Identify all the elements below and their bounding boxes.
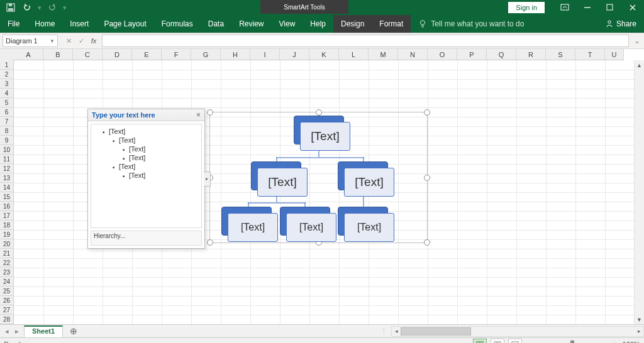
row-header-10[interactable]: 10 <box>0 145 14 155</box>
close-icon[interactable] <box>621 0 644 15</box>
tab-help[interactable]: Help <box>303 15 333 33</box>
smartart-selection-frame[interactable]: [Text] [Text] [Text] [Text] [Text] [Text… <box>209 112 428 243</box>
column-header-J[interactable]: J <box>280 49 309 60</box>
undo-icon[interactable] <box>20 1 34 14</box>
row-header-14[interactable]: 14 <box>0 183 14 192</box>
resize-handle-nw[interactable] <box>207 109 213 116</box>
text-pane-bullet[interactable]: [Text] <box>123 153 200 162</box>
row-header-2[interactable]: 2 <box>0 70 14 79</box>
row-header-4[interactable]: 4 <box>0 89 14 98</box>
smartart-node-text[interactable]: [Text] <box>228 213 278 242</box>
scrollbar-thumb[interactable] <box>401 327 471 335</box>
row-header-27[interactable]: 27 <box>0 305 14 315</box>
name-box[interactable]: Diagram 1 ▼ <box>3 35 58 47</box>
scroll-right-icon[interactable]: ▸ <box>635 328 643 334</box>
text-pane-bullet[interactable]: [Text] <box>123 144 200 153</box>
scroll-down-icon[interactable]: ▼ <box>635 315 644 324</box>
text-pane-header[interactable]: Type your text here × <box>88 109 204 121</box>
column-header-K[interactable]: K <box>309 49 339 60</box>
scroll-left-icon[interactable]: ◂ <box>392 328 401 334</box>
ribbon-display-options-icon[interactable] <box>553 0 576 15</box>
sheet-nav-buttons[interactable]: ◂ ▸ <box>0 325 24 337</box>
text-pane-body[interactable]: [Text][Text][Text][Text][Text][Text] <box>91 124 202 228</box>
text-pane-close-icon[interactable]: × <box>196 111 201 119</box>
row-header-6[interactable]: 6 <box>0 107 14 117</box>
tell-me-search[interactable]: Tell me what you want to do <box>411 15 524 33</box>
redo-icon[interactable] <box>45 1 59 14</box>
view-normal-icon[interactable] <box>473 339 487 343</box>
tab-view[interactable]: View <box>272 15 303 33</box>
column-header-N[interactable]: N <box>398 49 428 60</box>
row-header-7[interactable]: 7 <box>0 117 14 126</box>
column-header-U[interactable]: U <box>605 49 624 60</box>
column-header-A[interactable]: A <box>14 49 43 60</box>
sheet-tab-sheet1[interactable]: Sheet1 <box>24 325 63 337</box>
qat-customize-icon[interactable]: ▾ <box>62 4 68 12</box>
tab-review[interactable]: Review <box>231 15 271 33</box>
column-header-G[interactable]: G <box>191 49 221 60</box>
maximize-icon[interactable] <box>599 0 621 15</box>
row-header-21[interactable]: 21 <box>0 249 14 258</box>
view-page-break-icon[interactable] <box>508 339 522 343</box>
column-header-T[interactable]: T <box>575 49 605 60</box>
column-header-D[interactable]: D <box>103 49 132 60</box>
column-header-L[interactable]: L <box>339 49 369 60</box>
zoom-slider-knob[interactable] <box>570 340 574 343</box>
row-header-9[interactable]: 9 <box>0 136 14 145</box>
smartart-node-text[interactable]: [Text] <box>344 213 394 242</box>
column-header-P[interactable]: P <box>457 49 487 60</box>
tab-scroll-split-icon[interactable]: ⋮ <box>380 327 387 335</box>
name-box-dropdown-icon[interactable]: ▼ <box>50 38 55 44</box>
row-header-20[interactable]: 20 <box>0 239 14 249</box>
smartart-node-text[interactable]: [Text] <box>257 168 308 197</box>
worksheet-grid[interactable]: ABCDEFGHIJKLMNOPQRSTU 123456789101112131… <box>0 49 644 324</box>
row-header-22[interactable]: 22 <box>0 258 14 268</box>
formula-bar[interactable] <box>102 35 629 47</box>
vertical-scrollbar[interactable]: ▲ ▼ <box>634 60 644 324</box>
text-pane-bullet[interactable]: [Text] <box>103 127 200 136</box>
resize-handle-se[interactable] <box>424 239 430 246</box>
sign-in-button[interactable]: Sign in <box>508 2 545 13</box>
zoom-out-icon[interactable]: − <box>526 340 535 343</box>
tab-data[interactable]: Data <box>201 15 231 33</box>
resize-handle-e[interactable] <box>424 175 430 181</box>
column-header-S[interactable]: S <box>546 49 575 60</box>
tab-design[interactable]: Design <box>333 15 372 33</box>
column-header-H[interactable]: H <box>221 49 250 60</box>
column-header-E[interactable]: E <box>132 49 162 60</box>
smartart-node-text[interactable]: [Text] <box>344 168 394 197</box>
row-header-24[interactable]: 24 <box>0 277 14 286</box>
column-header-I[interactable]: I <box>250 49 280 60</box>
resize-handle-ne[interactable] <box>424 109 430 116</box>
enter-formula-icon[interactable]: ✓ <box>75 35 87 46</box>
row-headers[interactable]: 1234567891011121314151617181920212223242… <box>0 60 14 324</box>
zoom-in-icon[interactable]: + <box>610 340 619 343</box>
insert-function-icon[interactable]: fx <box>88 35 99 46</box>
text-pane-bullet[interactable]: [Text] <box>113 136 200 144</box>
row-header-3[interactable]: 3 <box>0 79 14 89</box>
share-button[interactable]: Share <box>597 15 644 33</box>
row-header-19[interactable]: 19 <box>0 230 14 239</box>
scroll-up-icon[interactable]: ▲ <box>635 60 644 70</box>
text-pane-footer[interactable]: Hierarchy... <box>91 231 202 246</box>
column-header-F[interactable]: F <box>162 49 191 60</box>
column-header-R[interactable]: R <box>516 49 546 60</box>
row-header-8[interactable]: 8 <box>0 126 14 136</box>
row-header-17[interactable]: 17 <box>0 211 14 220</box>
new-sheet-button[interactable]: ⊕ <box>67 325 80 337</box>
row-header-23[interactable]: 23 <box>0 268 14 277</box>
text-pane-bullet[interactable]: [Text] <box>113 162 200 171</box>
row-header-1[interactable]: 1 <box>0 60 14 70</box>
minimize-icon[interactable] <box>576 0 599 15</box>
tab-page-layout[interactable]: Page Layout <box>96 15 153 33</box>
select-all-corner[interactable] <box>0 49 14 61</box>
tab-formulas[interactable]: Formulas <box>154 15 201 33</box>
cancel-formula-icon[interactable]: ✕ <box>63 35 74 46</box>
tab-insert[interactable]: Insert <box>62 15 96 33</box>
tab-format[interactable]: Format <box>372 15 411 33</box>
column-header-Q[interactable]: Q <box>487 49 516 60</box>
row-header-13[interactable]: 13 <box>0 173 14 183</box>
text-pane-toggle-icon[interactable]: ▸ <box>204 172 211 187</box>
smartart-node-text[interactable]: [Text] <box>300 122 350 151</box>
column-header-B[interactable]: B <box>43 49 73 60</box>
